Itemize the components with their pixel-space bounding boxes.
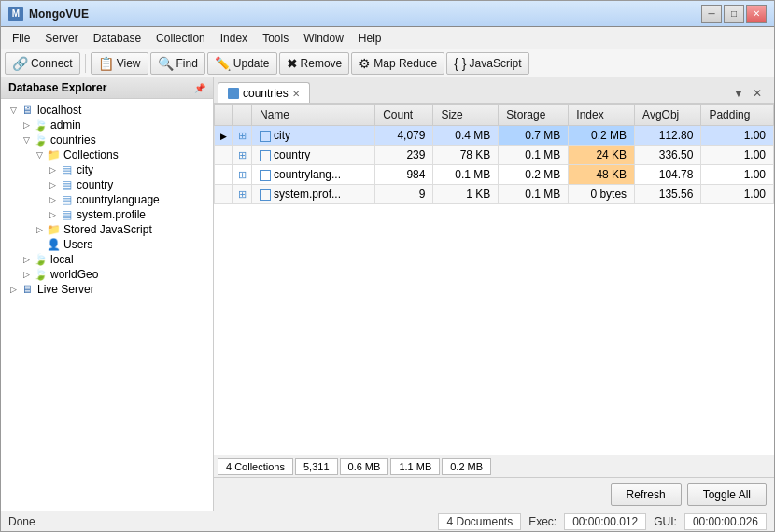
tree-row-local[interactable]: ▷ 🍃 local [18,252,209,267]
tab-countries[interactable]: countries ✕ [218,82,310,103]
remove-button[interactable]: ✖ Remove [279,52,350,75]
menu-window[interactable]: Window [296,30,351,47]
tree-item-localhost[interactable]: ▽ 🖥 localhost ▷ 🍃 admin [5,103,209,282]
menu-help[interactable]: Help [351,30,389,47]
toggle-all-button[interactable]: Toggle All [687,483,767,506]
expand-cell[interactable]: ▶ [215,126,233,146]
tree-row-collections[interactable]: ▽ 📁 Collections [31,147,209,162]
connect-button[interactable]: 🔗 Connect [5,52,80,75]
tree-row-stored-js[interactable]: ▷ 📁 Stored JavaScript [31,222,209,237]
expander-stored-js[interactable]: ▷ [33,225,46,234]
tree-item-city[interactable]: ▷ ▤ city [44,162,209,177]
server-icon: 🖥 [20,104,35,117]
col-size[interactable]: Size [433,105,499,126]
tree-label-country: country [77,178,113,191]
col-name[interactable]: Name [252,105,375,126]
col-avgobj[interactable]: AvgObj [635,105,701,126]
tree-row-system-profile[interactable]: ▷ ▤ system.profile [44,207,209,222]
menu-tools[interactable]: Tools [255,30,296,47]
menu-index[interactable]: Index [213,30,255,47]
expander-system-profile[interactable]: ▷ [46,210,59,219]
total-index: 0.2 MB [442,458,491,475]
panel-menu-icon[interactable]: ▼ [729,84,748,103]
tree-item-countrylanguage[interactable]: ▷ ▤ countrylanguage [44,192,209,207]
maximize-button[interactable]: □ [724,5,744,23]
expander-city[interactable]: ▷ [46,165,59,175]
folder-icon-stored-js: 📁 [46,223,61,236]
tree-item-local[interactable]: ▷ 🍃 local [18,252,209,267]
tree-row-countries[interactable]: ▽ 🍃 countries [18,133,209,147]
tab-close-icon[interactable]: ✕ [292,89,300,99]
cell-storage: 0.2 MB [499,165,569,185]
panel-close-icon[interactable]: ✕ [748,84,767,103]
expand-cell[interactable] [215,165,233,185]
tree-item-country[interactable]: ▷ ▤ country [44,177,209,192]
expander-country[interactable]: ▷ [46,180,59,189]
plus-cell[interactable]: ⊞ [233,146,252,165]
tree-row-city[interactable]: ▷ ▤ city [44,162,209,177]
menu-server[interactable]: Server [37,30,85,47]
expander-admin[interactable]: ▷ [20,120,33,130]
minimize-button[interactable]: ─ [701,5,722,23]
tree-row-admin[interactable]: ▷ 🍃 admin [18,118,209,133]
table-row[interactable]: ⊞countrylang...9840.1 MB0.2 MB48 KB104.7… [215,165,774,185]
tree-row-country[interactable]: ▷ ▤ country [44,177,209,192]
tree-item-users[interactable]: 👤 Users [31,237,209,252]
tree-item-stored-js[interactable]: ▷ 📁 Stored JavaScript [31,222,209,237]
javascript-button[interactable]: { } JavaScript [446,52,528,75]
expand-cell[interactable] [215,146,233,165]
table-row[interactable]: ⊞country23978 KB0.1 MB24 KB336.501.00 [215,146,774,165]
menu-collection[interactable]: Collection [148,30,213,47]
find-button[interactable]: 🔍 Find [150,52,205,75]
tree-row-worldgeo[interactable]: ▷ 🍃 worldGeo [18,267,209,282]
col-icon[interactable] [233,105,252,126]
col-count[interactable]: Count [375,105,433,126]
status-bar: Done 4 Documents Exec: 00:00:00.012 GUI:… [1,511,774,531]
view-button[interactable]: 📋 View [91,52,148,75]
plus-cell[interactable]: ⊞ [233,126,252,146]
tree-item-liveserver[interactable]: ▷ 🖥 Live Server [5,282,209,297]
close-button[interactable]: ✕ [746,5,767,23]
plus-cell[interactable]: ⊞ [233,185,252,204]
mapreduce-button[interactable]: ⚙ Map Reduce [351,52,444,75]
pin-icon[interactable]: 📌 [194,83,205,93]
menu-file[interactable]: File [5,30,37,47]
tree-item-worldgeo[interactable]: ▷ 🍃 worldGeo [18,267,209,282]
collection-icon-country: ▤ [59,178,74,191]
plus-icon[interactable]: ⊞ [238,130,247,141]
tree-row-users[interactable]: 👤 Users [31,237,209,252]
col-index[interactable]: Index [569,105,635,126]
expand-cell[interactable] [215,185,233,204]
expander-liveserver[interactable]: ▷ [7,285,20,294]
menu-database[interactable]: Database [86,30,148,47]
col-padding[interactable]: Padding [701,105,774,126]
cell-size: 78 KB [433,146,499,165]
update-button[interactable]: ✏️ Update [207,52,277,75]
cell-count: 239 [375,146,433,165]
tree-item-collections-folder[interactable]: ▽ 📁 Collections ▷ ▤ [31,147,209,222]
expander-collections[interactable]: ▽ [33,150,46,160]
expander-localhost[interactable]: ▽ [7,105,20,115]
tree-item-system-profile[interactable]: ▷ ▤ system.profile [44,207,209,222]
expander-worldgeo[interactable]: ▷ [20,270,33,279]
plus-icon[interactable]: ⊞ [238,189,247,200]
expander-countrylanguage[interactable]: ▷ [46,195,59,204]
expander-countries[interactable]: ▽ [20,135,33,145]
plus-icon[interactable]: ⊞ [238,149,247,161]
folder-icon-collections: 📁 [46,148,61,161]
tree-row-localhost[interactable]: ▽ 🖥 localhost [5,103,209,118]
plus-icon[interactable]: ⊞ [238,169,247,180]
table-row[interactable]: ⊞system.prof...91 KB0.1 MB0 bytes135.561… [215,185,774,204]
tree-row-liveserver[interactable]: ▷ 🖥 Live Server [5,282,209,297]
expander-local[interactable]: ▷ [20,255,33,264]
expand-arrow-icon[interactable]: ▶ [220,132,227,141]
col-expand[interactable] [215,105,233,126]
refresh-button[interactable]: Refresh [611,483,682,506]
cell-size: 0.4 MB [433,126,499,146]
tree-row-countrylanguage[interactable]: ▷ ▤ countrylanguage [44,192,209,207]
table-row[interactable]: ▶⊞city4,0790.4 MB0.7 MB0.2 MB112.801.00 [215,126,774,146]
col-storage[interactable]: Storage [499,105,569,126]
plus-cell[interactable]: ⊞ [233,165,252,185]
tree-item-admin[interactable]: ▷ 🍃 admin [18,118,209,133]
tree-item-countries[interactable]: ▽ 🍃 countries ▽ 📁 Coll [18,133,209,252]
